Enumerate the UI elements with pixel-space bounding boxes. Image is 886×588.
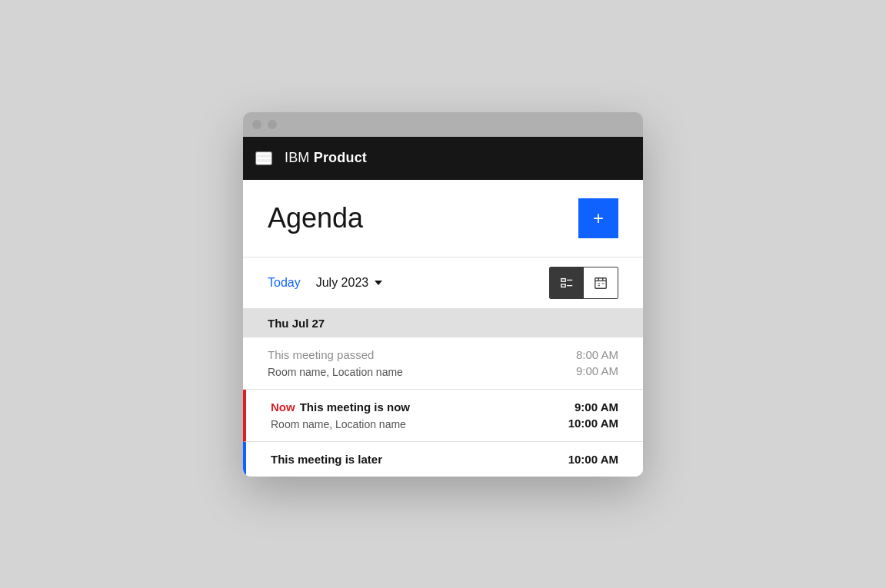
month-label: July 2023	[316, 276, 369, 290]
toolbar-left: Today July 2023	[268, 276, 382, 290]
meeting-location-passed: Room name, Location name	[268, 366, 403, 378]
page-title: Agenda	[268, 202, 363, 234]
month-selector-button[interactable]: July 2023	[316, 276, 383, 290]
main-content: Agenda + Today July 2023	[243, 180, 643, 477]
hamburger-line-3	[257, 162, 271, 164]
svg-rect-2	[561, 284, 565, 287]
meeting-item-passed[interactable]: This meeting passed Room name, Location …	[243, 337, 643, 390]
day-header: Thu Jul 27	[243, 309, 643, 337]
navbar-title: IBM Product	[285, 150, 367, 166]
toolbar: Today July 2023	[243, 257, 643, 309]
meeting-title-later: This meeting is later	[271, 453, 382, 466]
list-view-icon	[560, 276, 574, 290]
meeting-item-later[interactable]: This meeting is later 10:00 AM	[243, 442, 643, 477]
page-header: Agenda +	[243, 180, 643, 257]
view-toggle	[549, 267, 618, 299]
hamburger-line-2	[257, 158, 271, 159]
navbar-title-bold: Product	[314, 150, 367, 165]
meeting-end-current: 10:00 AM	[568, 417, 618, 430]
svg-rect-0	[561, 278, 565, 281]
hamburger-menu-button[interactable]	[255, 151, 272, 165]
meeting-title-passed: This meeting passed	[268, 348, 403, 361]
window-close-btn[interactable]	[252, 120, 261, 129]
window-titlebar	[243, 112, 643, 137]
meeting-item-current[interactable]: Now This meeting is now Room name, Locat…	[243, 390, 643, 442]
hamburger-line-1	[257, 153, 271, 154]
meeting-left-later: This meeting is later	[271, 453, 382, 466]
today-button[interactable]: Today	[268, 276, 301, 290]
meeting-title-current: This meeting is now	[300, 400, 410, 414]
chevron-down-icon	[375, 281, 382, 285]
navbar-title-normal: IBM	[285, 150, 314, 165]
meeting-start-current: 9:00 AM	[575, 400, 618, 414]
svg-rect-4	[595, 277, 606, 288]
meeting-times-current: 9:00 AM 10:00 AM	[568, 400, 618, 430]
navbar: IBM Product	[243, 137, 643, 180]
list-view-button[interactable]	[550, 267, 584, 298]
window-minimize-btn[interactable]	[268, 120, 277, 129]
meeting-left-passed: This meeting passed Room name, Location …	[268, 348, 403, 378]
now-badge: Now	[271, 400, 295, 414]
app-window: IBM Product Agenda + Today July 2023	[243, 112, 643, 477]
day-header-text: Thu Jul 27	[268, 317, 325, 330]
calendar-view-button[interactable]	[584, 267, 618, 298]
meeting-left-current: Now This meeting is now Room name, Locat…	[271, 400, 410, 430]
meeting-start-later: 10:00 AM	[568, 453, 618, 466]
meeting-location-current: Room name, Location name	[271, 418, 410, 430]
plus-icon: +	[593, 208, 604, 229]
meeting-title-row-current: Now This meeting is now	[271, 400, 410, 414]
add-event-button[interactable]: +	[578, 198, 618, 238]
calendar-view-icon	[594, 276, 608, 290]
meeting-times-passed: 8:00 AM 9:00 AM	[576, 348, 618, 377]
meeting-times-later: 10:00 AM	[568, 453, 618, 466]
meeting-end-passed: 9:00 AM	[576, 364, 618, 377]
meeting-start-passed: 8:00 AM	[576, 348, 618, 361]
